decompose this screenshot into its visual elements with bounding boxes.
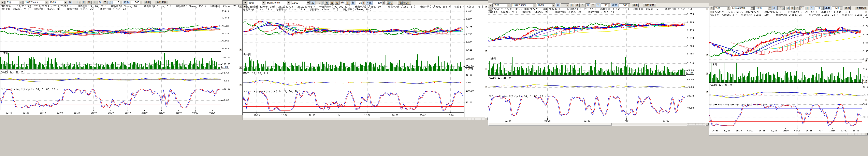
pane-settings-button[interactable]	[706, 54, 708, 56]
legend-menu-button[interactable]	[243, 5, 247, 8]
period-day-button[interactable]: 日	[324, 1, 329, 5]
period-minute-button[interactable]: 分	[800, 6, 805, 10]
chart-canvas[interactable]	[0, 5, 242, 115]
minute-value-spinner[interactable]: 5	[113, 1, 123, 4]
contract-month-select[interactable]: 12/03	[754, 6, 772, 10]
horizontal-scrollbar[interactable]	[243, 117, 488, 120]
period-day-button[interactable]: 日	[785, 6, 790, 10]
spinner-arrows-icon[interactable]	[321, 1, 323, 4]
multi-symbol-button[interactable]: 複数銘柄	[155, 1, 168, 4]
period-tick-button[interactable]: T	[591, 3, 595, 7]
window-menu-button[interactable]	[710, 6, 714, 10]
contract-month-select[interactable]: 12/03	[291, 1, 310, 5]
horizontal-scrollbar[interactable]	[488, 123, 709, 126]
chart-canvas[interactable]	[488, 7, 709, 123]
legend-menu-button[interactable]	[709, 10, 713, 14]
spinner-arrows-icon[interactable]	[566, 4, 569, 7]
period-day-button[interactable]: 日	[570, 3, 574, 7]
scrollbar-end-button[interactable]	[865, 133, 868, 135]
period-month-button[interactable]: 月	[580, 3, 585, 7]
period-week-button[interactable]: 週	[575, 3, 580, 7]
period-month-button[interactable]: 月	[335, 1, 340, 5]
spinner-arrows-icon[interactable]	[821, 6, 824, 10]
interval-spinner[interactable]: 1	[316, 1, 324, 5]
pane-settings-button[interactable]	[706, 72, 708, 75]
legend-menu-button[interactable]	[488, 8, 492, 10]
period-minute-button[interactable]: 分	[97, 1, 102, 4]
period-tick-button[interactable]: T	[805, 6, 809, 10]
bar-count-spinner[interactable]: 500	[131, 1, 143, 4]
period-week-button[interactable]: 週	[330, 1, 334, 5]
period-month-button[interactable]: 月	[92, 1, 97, 4]
window-menu-button[interactable]	[1, 1, 5, 4]
pane-settings-button[interactable]	[865, 59, 867, 62]
pane-settings-button[interactable]	[485, 68, 487, 70]
category-select[interactable]: 先物	[714, 6, 730, 10]
bar-count-spinner[interactable]: 500	[619, 3, 630, 7]
spinner-arrows-icon[interactable]	[362, 1, 365, 4]
interval-spinner[interactable]: 1	[561, 3, 569, 7]
period-month-button[interactable]: 月	[795, 6, 800, 10]
pane-settings-button[interactable]	[239, 48, 242, 51]
period-tick-button[interactable]: T	[345, 1, 350, 5]
multi-symbol-button[interactable]: 複数銘柄	[643, 3, 656, 7]
pane-settings-button[interactable]	[865, 11, 867, 13]
pane-settings-button[interactable]	[239, 5, 242, 7]
pane-settings-button[interactable]	[239, 66, 242, 69]
period-week-button[interactable]: 週	[790, 6, 795, 10]
category-select[interactable]: 先物	[248, 1, 265, 5]
pane-settings-button[interactable]	[485, 5, 487, 8]
symbol-select[interactable]: 日経225mini	[266, 1, 290, 5]
spinner-arrows-icon[interactable]	[782, 6, 785, 10]
spinner-arrows-icon[interactable]	[382, 1, 385, 4]
interval-spinner[interactable]: 1	[73, 1, 81, 4]
symbol-select[interactable]: 日経225mini	[511, 3, 536, 7]
pane-settings-button[interactable]	[485, 86, 487, 88]
period-minute-button[interactable]: 分	[586, 3, 590, 7]
bar-count-spinner[interactable]: 500	[373, 1, 385, 5]
spinner-arrows-icon[interactable]	[78, 1, 81, 4]
period-week-button[interactable]: 週	[87, 1, 92, 4]
symbol-select[interactable]: 日経225mini	[731, 6, 754, 10]
symbol-select[interactable]: 日経225mini	[23, 1, 48, 4]
scrollbar-thumb[interactable]	[243, 118, 380, 120]
period-tick-button[interactable]: T	[103, 1, 107, 4]
horizontal-scrollbar[interactable]	[709, 133, 868, 135]
pane-settings-button[interactable]	[865, 79, 867, 82]
apply-button[interactable]: 適用	[632, 3, 639, 7]
period-day-button[interactable]: 日	[82, 1, 86, 4]
apply-button[interactable]: 適用	[844, 6, 850, 10]
window-menu-button[interactable]	[243, 1, 247, 5]
scrollbar-end-button[interactable]	[485, 118, 488, 120]
pane-settings-button[interactable]	[865, 99, 867, 101]
contract-month-select[interactable]: 12/03	[49, 1, 67, 4]
spinner-arrows-icon[interactable]	[608, 4, 610, 7]
scrollbar-thumb[interactable]	[709, 133, 798, 135]
period-minute-button[interactable]: 分	[340, 1, 345, 5]
scrollbar-end-button[interactable]	[706, 123, 709, 126]
spinner-arrows-icon[interactable]	[140, 1, 142, 4]
chart-canvas[interactable]	[709, 10, 868, 133]
apply-button[interactable]: 適用	[386, 1, 393, 5]
chart-canvas[interactable]	[243, 5, 488, 117]
spinner-arrows-icon[interactable]	[627, 4, 630, 7]
apply-button[interactable]: 適用	[144, 1, 151, 4]
category-select[interactable]: 先物	[5, 1, 23, 4]
contract-month-select[interactable]: 12/03	[537, 3, 555, 7]
multi-symbol-button[interactable]: 複数銘柄	[398, 1, 411, 5]
minute-value-spinner[interactable]: 60	[815, 6, 824, 10]
scrollbar-thumb[interactable]	[488, 123, 612, 126]
spinner-arrows-icon[interactable]	[840, 6, 842, 10]
pane-settings-button[interactable]	[485, 50, 487, 52]
spinner-arrows-icon[interactable]	[120, 1, 122, 4]
pane-settings-button[interactable]	[706, 8, 708, 10]
pane-settings-button[interactable]	[239, 84, 242, 86]
category-select[interactable]: 先物	[493, 3, 511, 7]
bar-count-spinner[interactable]: 500	[832, 6, 843, 10]
minute-value-spinner[interactable]: 30	[601, 3, 611, 7]
pane-settings-button[interactable]	[706, 90, 708, 93]
minute-value-spinner[interactable]: 15	[356, 1, 365, 5]
interval-spinner[interactable]: 1	[777, 6, 785, 10]
window-menu-button[interactable]	[489, 3, 493, 7]
multi-symbol-button[interactable]: 複数銘柄	[855, 6, 867, 10]
